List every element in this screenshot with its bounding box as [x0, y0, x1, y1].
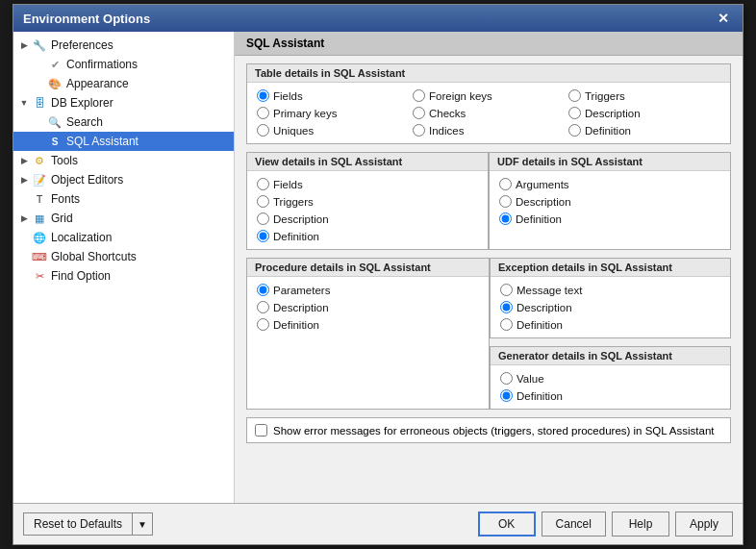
radio-label-tbl_uniques[interactable]: Uniques	[273, 125, 314, 137]
sidebar-label-confirmations: Confirmations	[66, 58, 138, 71]
radio-view_fields[interactable]	[257, 178, 269, 190]
reset-dropdown-arrow[interactable]: ▼	[133, 512, 153, 536]
radio-label-view_triggers[interactable]: Triggers	[273, 196, 314, 208]
radio-exc_messagetext[interactable]	[500, 284, 513, 296]
radio-tbl_foreignkeys[interactable]	[413, 89, 425, 102]
sidebar-item-appearance[interactable]: 🎨Appearance	[13, 74, 234, 93]
help-button[interactable]: Help	[612, 512, 669, 537]
view-radios-container: FieldsTriggersDescriptionDefinition	[247, 171, 488, 249]
radio-label-view_definition[interactable]: Definition	[273, 231, 319, 242]
radio-row-tbl_definition: Definition	[568, 123, 720, 137]
sidebar-label-appearance: Appearance	[66, 77, 129, 90]
radio-label-tbl_checks[interactable]: Checks	[429, 108, 466, 119]
radio-tbl_primarykeys[interactable]	[257, 107, 269, 119]
radio-gen_value[interactable]	[500, 372, 513, 385]
sidebar-item-globalshortcuts[interactable]: ⌨Global Shortcuts	[13, 247, 234, 266]
radio-label-tbl_foreignkeys[interactable]: Foreign keys	[429, 90, 492, 102]
radio-label-tbl_triggers[interactable]: Triggers	[585, 90, 625, 102]
view-section-title: View details in SQL Assistant	[247, 153, 488, 171]
dialog-action-buttons: OK Cancel Help Apply	[478, 512, 733, 537]
radio-label-exc_description[interactable]: Description	[517, 302, 572, 313]
radio-tbl_fields[interactable]	[257, 89, 269, 102]
radio-label-proc_description[interactable]: Description	[273, 302, 329, 313]
reset-to-defaults-button[interactable]: Reset to Defaults	[23, 512, 133, 536]
sidebar-item-confirmations[interactable]: ✔Confirmations	[13, 55, 234, 74]
radio-row-proc_description: Description	[257, 300, 479, 314]
content-panel: SQL Assistant Table details in SQL Assis…	[235, 32, 743, 503]
radio-tbl_description[interactable]	[568, 107, 581, 119]
cancel-button[interactable]: Cancel	[542, 512, 606, 537]
radio-label-tbl_primarykeys[interactable]: Primary keys	[273, 108, 337, 119]
view-details-section: View details in SQL Assistant FieldsTrig…	[246, 152, 489, 250]
sidebar-item-localization[interactable]: 🌐Localization	[13, 228, 234, 247]
radio-label-udf_description[interactable]: Description	[516, 196, 571, 208]
radio-label-udf_definition[interactable]: Definition	[516, 213, 562, 225]
sidebar-item-sqlassistant[interactable]: SSQL Assistant	[13, 132, 234, 151]
radio-row-tbl_checks: Checks	[413, 106, 565, 120]
radio-label-gen_value[interactable]: Value	[517, 373, 544, 385]
sidebar-item-objecteditors[interactable]: ▶📝Object Editors	[13, 170, 234, 189]
procedure-details-section: Procedure details in SQL Assistant Param…	[246, 258, 490, 410]
radio-label-proc_parameters[interactable]: Parameters	[273, 285, 330, 296]
table-details-section: Table details in SQL Assistant FieldsFor…	[246, 63, 731, 144]
show-errors-checkbox-row: Show error messages for erroneous object…	[246, 417, 731, 443]
radio-row-tbl_foreignkeys: Foreign keys	[413, 88, 565, 103]
radio-tbl_definition[interactable]	[568, 124, 581, 137]
sidebar-item-findoption[interactable]: ✂Find Option	[13, 266, 234, 286]
sidebar-item-preferences[interactable]: ▶🔧Preferences	[13, 36, 234, 55]
radio-exc_description[interactable]	[500, 301, 513, 313]
sidebar-item-dbexplorer[interactable]: ▼🗄DB Explorer	[13, 93, 234, 112]
sidebar-item-grid[interactable]: ▶▦Grid	[13, 209, 234, 228]
radio-tbl_indices[interactable]	[413, 124, 425, 137]
radio-tbl_uniques[interactable]	[257, 124, 269, 137]
show-errors-checkbox[interactable]	[255, 424, 267, 437]
sidebar-item-tools[interactable]: ▶⚙Tools	[13, 151, 234, 170]
radio-label-exc_definition[interactable]: Definition	[517, 319, 563, 331]
radio-label-view_fields[interactable]: Fields	[273, 179, 303, 190]
table-section-title: Table details in SQL Assistant	[247, 64, 730, 83]
tree-icon-preferences: 🔧	[31, 37, 48, 53]
footer-bar: Reset to Defaults ▼ OK Cancel Help Apply	[13, 503, 743, 544]
radio-label-gen_definition[interactable]: Definition	[517, 390, 563, 402]
radio-row-tbl_indices: Indices	[413, 123, 565, 137]
radio-view_description[interactable]	[257, 212, 269, 225]
radio-view_definition[interactable]	[257, 230, 269, 242]
radio-row-tbl_uniques: Uniques	[257, 123, 409, 137]
radio-proc_definition[interactable]	[257, 318, 269, 331]
radio-label-proc_definition[interactable]: Definition	[273, 319, 319, 331]
radio-label-udf_arguments[interactable]: Arguments	[516, 179, 569, 190]
radio-udf_arguments[interactable]	[499, 178, 512, 190]
radio-label-view_description[interactable]: Description	[273, 213, 329, 225]
radio-label-exc_messagetext[interactable]: Message text	[517, 285, 582, 296]
procedure-section-title: Procedure details in SQL Assistant	[247, 259, 489, 277]
sidebar-item-fonts[interactable]: TFonts	[13, 189, 234, 209]
sidebar: ▶🔧Preferences✔Confirmations🎨Appearance▼🗄…	[13, 32, 235, 503]
radio-tbl_triggers[interactable]	[568, 89, 581, 102]
close-button[interactable]: ✕	[714, 11, 733, 26]
radio-proc_parameters[interactable]	[257, 284, 269, 296]
tree-icon-grid: ▦	[31, 211, 48, 226]
apply-button[interactable]: Apply	[675, 512, 733, 537]
radio-row-view_fields: Fields	[257, 177, 478, 191]
radio-exc_definition[interactable]	[500, 318, 513, 331]
radio-udf_definition[interactable]	[499, 212, 512, 225]
ok-button[interactable]: OK	[478, 512, 536, 537]
sidebar-label-search: Search	[66, 115, 103, 129]
procedure-radio-group: ParametersDescriptionDefinition	[257, 283, 479, 332]
radio-view_triggers[interactable]	[257, 195, 269, 208]
radio-label-tbl_indices[interactable]: Indices	[429, 125, 464, 137]
sidebar-label-fonts: Fonts	[51, 192, 80, 206]
radio-label-tbl_fields[interactable]: Fields	[273, 90, 303, 102]
sidebar-label-tools: Tools	[51, 154, 78, 167]
radio-tbl_checks[interactable]	[413, 107, 425, 119]
radio-row-tbl_description: Description	[568, 106, 720, 120]
radio-gen_definition[interactable]	[500, 389, 513, 402]
radio-label-tbl_definition[interactable]: Definition	[585, 125, 631, 137]
tree-icon-tools: ⚙	[31, 153, 48, 168]
radio-label-tbl_description[interactable]: Description	[585, 108, 641, 119]
procedure-radios-container: ParametersDescriptionDefinition	[247, 277, 489, 337]
generator-radios-container: ValueDefinition	[491, 365, 730, 409]
radio-proc_description[interactable]	[257, 301, 269, 313]
radio-udf_description[interactable]	[499, 195, 512, 208]
sidebar-item-search[interactable]: 🔍Search	[13, 112, 234, 132]
